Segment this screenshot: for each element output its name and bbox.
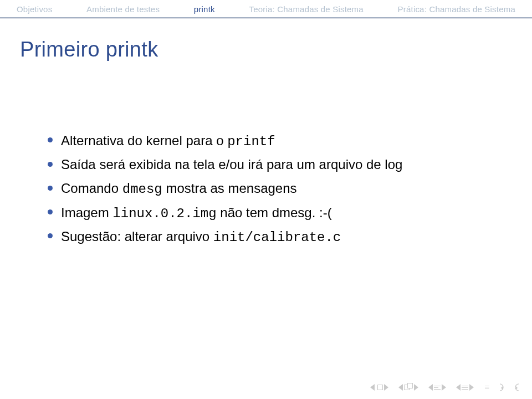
list-item: Imagem linux.0.2.img não tem dmesg. :-( <box>48 202 499 224</box>
code-text: linux.0.2.img <box>112 206 216 221</box>
nav-subsection-group[interactable] <box>398 384 418 391</box>
next-slide-icon <box>384 384 388 391</box>
nav-frame-group[interactable] <box>370 384 388 391</box>
bullet-list: Alternativa do kernel para o printf Saíd… <box>48 130 499 248</box>
bullet-text: Sugestão: alterar arquivo <box>61 229 213 244</box>
next-subsection-icon <box>414 384 418 391</box>
subsection-icon <box>404 385 413 390</box>
bullet-text: Alternativa do kernel para o <box>61 133 227 148</box>
list-item: Alternativa do kernel para o printf <box>48 130 499 152</box>
code-text: printf <box>227 134 275 149</box>
nav-item[interactable]: Ambiente de testes <box>86 4 160 14</box>
next-doc-icon <box>469 384 474 391</box>
beamer-nav-footer: ≡ <box>370 382 519 392</box>
nav-item[interactable]: Teoria: Chamadas de Sistema <box>249 4 363 14</box>
nav-bar: Objetivos Ambiente de testes printk Teor… <box>0 0 532 17</box>
slide-root: Objetivos Ambiente de testes printk Teor… <box>0 0 532 399</box>
bullet-text: Comando <box>61 181 122 196</box>
nav-item[interactable]: printk <box>194 4 215 14</box>
back-forward-icon[interactable] <box>500 383 519 392</box>
divider <box>0 17 532 18</box>
prev-slide-icon <box>370 384 375 391</box>
list-item: Sugestão: alterar arquivo init/calibrate… <box>48 226 499 248</box>
prev-section-icon <box>428 384 433 391</box>
doc-icon <box>462 386 468 390</box>
bullet-text: Imagem <box>61 205 112 220</box>
code-text: init/calibrate.c <box>213 230 341 245</box>
bullet-text: mostra as mensagens <box>162 181 297 196</box>
section-icon <box>434 386 441 390</box>
next-section-icon <box>442 384 446 391</box>
prev-doc-icon <box>456 384 461 391</box>
page-title: Primeiro printk <box>0 19 532 62</box>
list-item: Comando dmesg mostra as mensagens <box>48 178 499 200</box>
nav-doc-group[interactable] <box>456 384 474 391</box>
code-text: dmesg <box>122 182 162 197</box>
bullet-text: Saída será exibida na tela e/ou irá para… <box>61 157 402 172</box>
prev-subsection-icon <box>398 384 403 391</box>
content-body: Alternativa do kernel para o printf Saíd… <box>0 62 532 248</box>
frame-icon <box>377 385 383 390</box>
nav-section-group[interactable] <box>428 384 446 391</box>
list-item: Saída será exibida na tela e/ou irá para… <box>48 154 499 176</box>
nav-item[interactable]: Prática: Chamadas de Sistema <box>398 4 515 14</box>
nav-item[interactable]: Objetivos <box>17 4 52 14</box>
bullet-text: não tem dmesg. :-( <box>217 205 332 220</box>
appendix-icon[interactable]: ≡ <box>484 382 490 392</box>
